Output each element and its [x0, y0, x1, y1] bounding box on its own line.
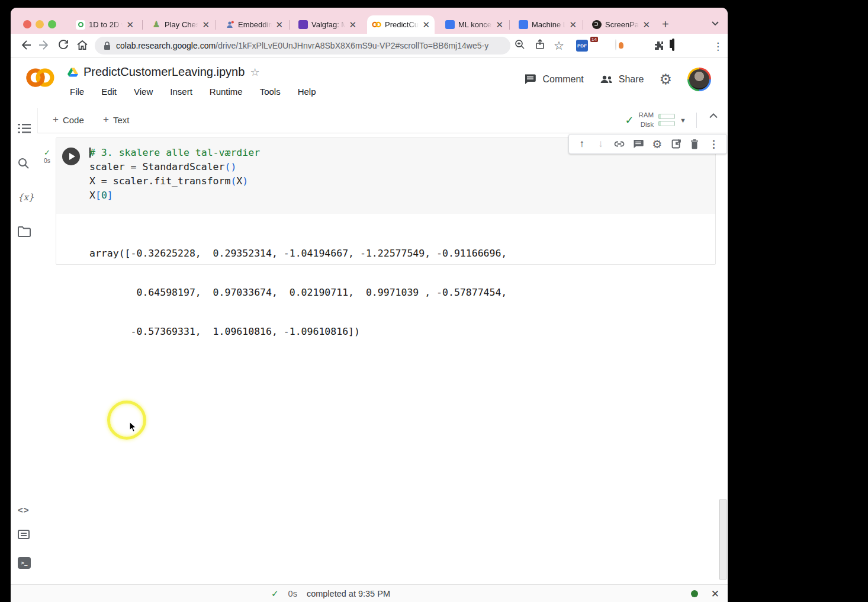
new-tab-button[interactable]: +: [662, 18, 669, 30]
code-line[interactable]: scaler = StandardScaler(): [89, 160, 709, 174]
comment-button[interactable]: Comment: [524, 73, 583, 85]
macos-close-button[interactable]: [23, 20, 31, 28]
people-icon: [599, 74, 613, 85]
delete-cell-icon[interactable]: [689, 138, 700, 150]
browser-window: 1D to 2D w ✕ ♟ Play Chess ✕ Embedding ✕ …: [11, 8, 728, 602]
tab-close-icon[interactable]: ✕: [126, 20, 134, 29]
notebook-title[interactable]: PredictCustomerLeaving.ipynb: [83, 65, 245, 79]
search-icon[interactable]: [18, 158, 31, 171]
back-icon[interactable]: [19, 39, 32, 52]
resources-widget[interactable]: ✓ RAM Disk ▼: [625, 111, 686, 129]
browser-tab-valgfag[interactable]: Valgfag: M ✕: [294, 15, 361, 34]
browser-tab-screenpal[interactable]: ScreenPal ✕: [587, 15, 655, 34]
tab-close-icon[interactable]: ✕: [349, 20, 356, 29]
link-to-cell-icon[interactable]: [613, 138, 625, 150]
share-label: Share: [619, 74, 644, 85]
browser-tab-predictcustomer-active[interactable]: PredictCu ✕: [367, 15, 435, 34]
fingerprint-favicon-icon: [76, 20, 85, 30]
add-text-button[interactable]: + Text: [103, 114, 129, 126]
url-omnibox[interactable]: colab.research.google.com/drive/1kFxPlLv…: [95, 37, 510, 55]
collapse-sections-icon[interactable]: [709, 113, 718, 119]
cell-settings-gear-icon[interactable]: ⚙: [651, 138, 663, 150]
url-path: /drive/1kFxPlLvE0UnJHnvrA8SbX8X6mS9u-VP2…: [216, 41, 488, 50]
person-favicon-icon: [225, 20, 234, 30]
code-line[interactable]: X = scaler.fit_transform(X): [89, 174, 709, 188]
tab-title: ML koncep: [458, 20, 492, 29]
variables-icon[interactable]: {x}: [18, 192, 31, 205]
forward-icon[interactable]: [38, 39, 51, 52]
url-domain: colab.research.google.com: [116, 41, 216, 50]
code-area[interactable]: # 3. skalere alle tal-værdierscaler = St…: [89, 146, 709, 203]
star-notebook-icon[interactable]: ☆: [250, 66, 259, 79]
colab-menubar: File Edit View Insert Runtime Tools Help: [70, 87, 316, 97]
menu-file[interactable]: File: [70, 87, 84, 97]
menu-edit[interactable]: Edit: [101, 87, 117, 97]
menu-tools[interactable]: Tools: [260, 87, 281, 97]
menu-view[interactable]: View: [134, 87, 153, 97]
resources-dropdown-icon[interactable]: ▼: [680, 117, 686, 124]
execution-status-bar: ✓ 0s completed at 9:35 PM ✕: [11, 584, 728, 602]
tab-close-icon[interactable]: ✕: [569, 20, 577, 29]
home-icon[interactable]: [76, 39, 89, 52]
status-close-icon[interactable]: ✕: [711, 588, 719, 600]
menu-help[interactable]: Help: [298, 87, 316, 97]
move-cell-up-icon[interactable]: ↑: [576, 138, 588, 150]
code-line[interactable]: X[0]: [89, 188, 709, 203]
share-button[interactable]: Share: [599, 74, 644, 85]
browser-tab-play-chess[interactable]: ♟ Play Chess ✕: [147, 15, 214, 34]
settings-gear-icon[interactable]: ⚙: [659, 72, 672, 87]
cell-output: array([-0.32625228, 0.29352314, -1.04194…: [89, 221, 709, 364]
tab-title: ScreenPal: [605, 20, 639, 29]
chess-pawn-favicon-icon: ♟: [152, 20, 161, 30]
terminal-icon[interactable]: >_: [18, 557, 31, 570]
add-code-button[interactable]: + Code: [53, 114, 84, 126]
browser-menu-icon[interactable]: ⋮: [713, 40, 723, 54]
tab-close-icon[interactable]: ✕: [202, 20, 210, 29]
status-check-icon: ✓: [271, 588, 279, 599]
macos-zoom-button[interactable]: [48, 20, 56, 28]
run-cell-button[interactable]: [62, 148, 80, 165]
share-page-icon[interactable]: [534, 39, 546, 50]
browser-tab-ml-koncepter[interactable]: ML koncep ✕: [441, 15, 508, 34]
tab-close-icon[interactable]: ✕: [496, 20, 503, 29]
code-snippets-icon[interactable]: <>: [18, 505, 31, 518]
person-extension-icon[interactable]: [615, 40, 616, 50]
menu-runtime[interactable]: Runtime: [210, 87, 243, 97]
ram-label: RAM: [639, 111, 654, 119]
resource-usage-bars: [658, 114, 675, 126]
left-icon-rail: {x} <> >_: [11, 108, 37, 584]
lock-icon[interactable]: [103, 41, 111, 50]
add-comment-icon[interactable]: [632, 138, 644, 150]
tab-close-icon[interactable]: ✕: [422, 20, 430, 29]
tab-close-icon[interactable]: ✕: [642, 20, 650, 29]
browser-tab-1d-to-2d[interactable]: 1D to 2D w ✕: [71, 15, 139, 34]
browser-tab-machine-learning[interactable]: Machine L ✕: [514, 15, 581, 34]
command-palette-icon[interactable]: [18, 530, 31, 543]
add-text-label: Text: [113, 115, 130, 125]
output-line: 0.64598197, 0.97033674, 0.02190711, 0.99…: [89, 286, 709, 299]
browser-tabstrip: 1D to 2D w ✕ ♟ Play Chess ✕ Embedding ✕ …: [11, 8, 728, 34]
code-cell[interactable]: # 3. skalere alle tal-værdierscaler = St…: [56, 137, 716, 265]
extensions-puzzle-icon[interactable]: [653, 40, 665, 52]
move-cell-down-icon[interactable]: ↓: [595, 138, 607, 150]
output-line: -0.57369331, 1.09610816, -1.09610816]): [89, 325, 709, 338]
tab-title: Valgfag: M: [311, 20, 345, 29]
zoom-page-icon[interactable]: [514, 39, 526, 50]
bookmark-star-icon[interactable]: ☆: [554, 39, 564, 53]
vertical-scrollbar[interactable]: [719, 499, 726, 579]
table-of-contents-icon[interactable]: [18, 123, 31, 136]
cell-more-options-icon[interactable]: ⋮: [708, 138, 719, 150]
macos-minimize-button[interactable]: [36, 20, 44, 28]
colab-logo-icon[interactable]: [24, 66, 57, 89]
tab-search-chevron-icon[interactable]: [711, 21, 719, 26]
colab-user-avatar[interactable]: [687, 68, 711, 91]
menu-insert[interactable]: Insert: [170, 87, 192, 97]
browser-tab-embedding[interactable]: Embedding ✕: [220, 15, 288, 34]
files-folder-icon[interactable]: [18, 226, 31, 239]
copy-cell-icon[interactable]: [670, 138, 682, 150]
side-panel-icon[interactable]: [672, 40, 674, 50]
tab-close-icon[interactable]: ✕: [275, 20, 283, 29]
pdf-extension-icon[interactable]: PDF: [576, 40, 588, 52]
tab-title: 1D to 2D w: [89, 20, 123, 29]
reload-icon[interactable]: [57, 39, 70, 52]
